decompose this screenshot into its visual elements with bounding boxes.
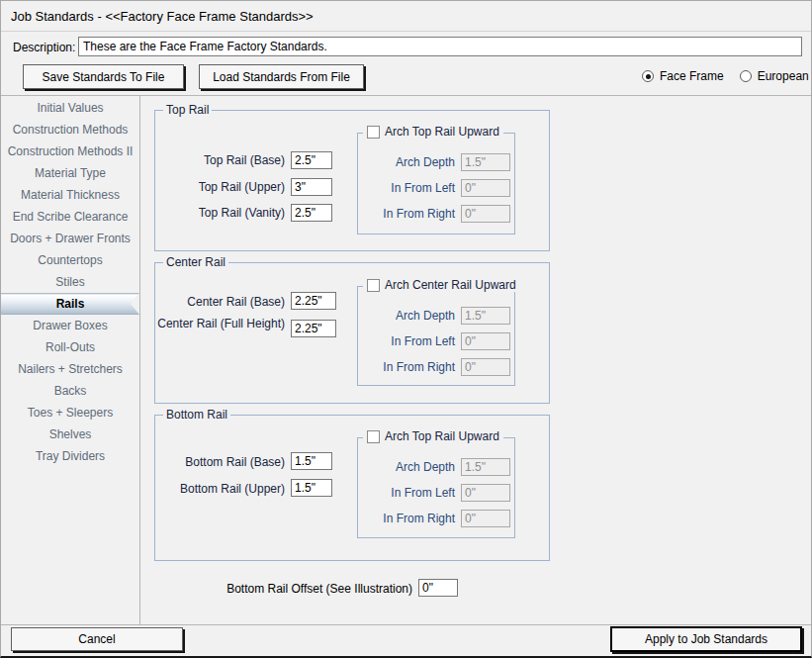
center-rail-group: Center Rail Center Rail (Base) Center Ra… [154,262,550,404]
sidebar-item-countertops[interactable]: Countertops [1,249,139,271]
sidebar-divider [139,96,140,624]
center-rail-base-label: Center Rail (Base) [187,294,285,310]
in-from-left-label: In From Left [391,333,455,349]
in-from-left-input [461,484,510,502]
window-title: Job Standards - <<Factory Face Frame Sta… [11,9,314,24]
sidebar-item-rails[interactable]: Rails [1,293,139,315]
face-frame-radio[interactable]: Face Frame [642,69,724,83]
european-radio-label: European [758,69,809,83]
in-from-right-label: In From Right [383,511,455,526]
bottom-rail-upper-input[interactable] [291,479,332,497]
sidebar-item-construction-methods[interactable]: Construction Methods [1,119,139,141]
top-rail-vanity-label: Top Rail (Vanity) [199,205,285,221]
arch-center-rail-upward-checkbox[interactable] [367,279,380,292]
sidebar-item-end-scribe-clearance[interactable]: End Scribe Clearance [1,206,139,228]
radio-selected-icon [642,70,654,82]
arch-bottom-rail-checkbox-row[interactable]: Arch Top Rail Upward [363,429,503,443]
bottom-rail-group: Bottom Rail Bottom Rail (Base) Bottom Ra… [154,415,550,561]
sidebar-item-stiles[interactable]: Stiles [1,271,139,293]
arch-center-rail-box: Arch Center Rail Upward Arch Depth In Fr… [357,286,515,386]
arch-top-rail-checkbox-row[interactable]: Arch Top Rail Upward [363,125,503,139]
top-rail-base-input[interactable] [291,151,332,169]
sidebar-item-construction-methods-ii[interactable]: Construction Methods II [1,141,139,162]
arch-depth-label: Arch Depth [396,154,455,170]
arch-bottom-rail-upward-checkbox[interactable] [367,430,380,443]
footer-divider [1,624,812,625]
sidebar-item-material-thickness[interactable]: Material Thickness [1,184,139,206]
arch-depth-input [461,458,510,476]
sidebar-item-drawer-boxes[interactable]: Drawer Boxes [1,315,139,336]
sidebar-item-backs[interactable]: Backs [1,380,139,402]
radio-unselected-icon [740,70,752,82]
arch-bottom-rail-box: Arch Top Rail Upward Arch Depth In From … [357,437,515,538]
top-rail-vanity-input[interactable] [291,204,332,222]
apply-button[interactable]: Apply to Job Standards [610,626,802,652]
save-standards-button[interactable]: Save Standards To File [23,64,184,89]
arch-center-rail-checkbox-row[interactable]: Arch Center Rail Upward [363,278,520,292]
sidebar-item-roll-outs[interactable]: Roll-Outs [1,336,139,358]
body-divider [1,95,812,96]
arch-depth-input [461,153,510,171]
top-rail-group: Top Rail Top Rail (Base) Top Rail (Upper… [154,110,550,251]
center-rail-base-input[interactable] [291,292,336,310]
center-rail-full-height-input[interactable] [291,320,336,337]
sidebar-item-tray-dividers[interactable]: Tray Dividers [1,445,139,467]
top-rail-group-title: Top Rail [163,103,212,117]
arch-depth-label: Arch Depth [396,459,455,475]
face-frame-radio-label: Face Frame [660,69,724,83]
description-label: Description: [13,41,75,54]
in-from-left-input [461,332,510,350]
sidebar-item-toes-sleepers[interactable]: Toes + Sleepers [1,402,139,423]
job-standards-dialog: Job Standards - <<Factory Face Frame Sta… [0,0,812,658]
top-rail-upper-input[interactable] [291,178,332,196]
cancel-button[interactable]: Cancel [11,627,183,651]
in-from-left-label: In From Left [391,485,455,501]
arch-top-rail-upward-checkbox[interactable] [367,126,380,139]
arch-center-rail-upward-label: Arch Center Rail Upward [385,278,516,292]
in-from-right-input [461,358,510,376]
in-from-right-label: In From Right [383,359,455,375]
in-from-left-label: In From Left [391,180,455,196]
in-from-left-input [461,179,510,197]
arch-bottom-rail-upward-label: Arch Top Rail Upward [385,429,499,443]
center-rail-full-height-label: Center Rail (Full Height) [157,316,285,331]
bottom-rail-base-input[interactable] [291,452,332,470]
sidebar-item-material-type[interactable]: Material Type [1,162,139,184]
bottom-rail-group-title: Bottom Rail [163,408,230,422]
in-from-right-label: In From Right [383,206,455,222]
header-divider [1,31,812,32]
european-radio[interactable]: European [740,69,809,83]
sidebar-item-doors-drawer-fronts[interactable]: Doors + Drawer Fronts [1,228,139,249]
arch-top-rail-box: Arch Top Rail Upward Arch Depth In From … [357,133,515,235]
sidebar-item-shelves[interactable]: Shelves [1,423,139,445]
center-rail-group-title: Center Rail [163,255,228,269]
in-from-right-input [461,205,510,223]
bottom-rail-upper-label: Bottom Rail (Upper) [180,481,285,497]
top-rail-upper-label: Top Rail (Upper) [199,179,285,195]
sidebar-item-initial-values[interactable]: Initial Values [1,97,139,119]
bottom-rail-offset-input[interactable] [418,579,458,597]
arch-depth-label: Arch Depth [396,308,455,324]
bottom-rail-offset-label: Bottom Rail Offset (See Illustration) [1,582,412,596]
bottom-rail-base-label: Bottom Rail (Base) [185,454,285,470]
sidebar: Initial Values Construction Methods Cons… [1,97,139,467]
arch-top-rail-upward-label: Arch Top Rail Upward [385,125,499,139]
load-standards-button[interactable]: Load Standards From File [199,64,364,89]
in-from-right-input [461,510,510,527]
sidebar-item-nailers-stretchers[interactable]: Nailers + Stretchers [1,358,139,380]
description-input[interactable] [78,37,802,56]
arch-depth-input [461,307,510,325]
frame-type-radio-group: Face Frame European [642,69,809,83]
top-rail-base-label: Top Rail (Base) [204,152,285,168]
